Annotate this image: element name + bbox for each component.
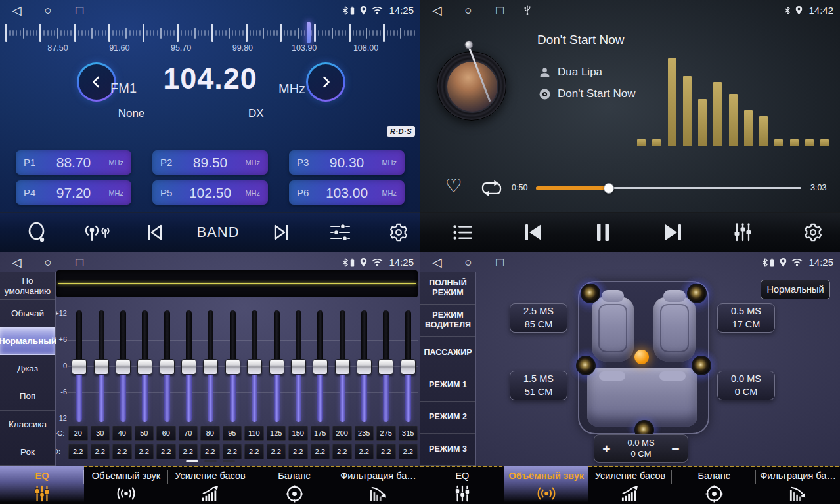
- settings-button[interactable]: [796, 217, 830, 247]
- slider-thumb[interactable]: [160, 359, 175, 375]
- slider-thumb[interactable]: [225, 359, 240, 375]
- eq-band-slider[interactable]: [265, 310, 287, 422]
- slider-thumb[interactable]: [335, 359, 350, 375]
- tab-balance[interactable]: Баланс: [672, 466, 756, 504]
- nav-recents-icon[interactable]: □: [490, 252, 510, 272]
- q-value-box[interactable]: 2.2: [135, 444, 154, 459]
- eq-band-slider[interactable]: [112, 310, 134, 422]
- tune-up-button[interactable]: [306, 62, 345, 102]
- eq-band-slider[interactable]: [375, 310, 397, 422]
- preset-button-p2[interactable]: P289.50MHz: [152, 150, 268, 175]
- slider-thumb[interactable]: [72, 359, 87, 375]
- rear-right-delay-box[interactable]: 0.0 MS 0 CM: [717, 371, 775, 400]
- broadcast-button[interactable]: [79, 217, 113, 247]
- previous-station-button[interactable]: [138, 217, 172, 247]
- front-left-delay-box[interactable]: 2.5 MS 85 CM: [510, 303, 567, 333]
- progress-bar[interactable]: [536, 187, 801, 189]
- tab-eq[interactable]: EQ: [420, 466, 504, 504]
- nav-back-icon[interactable]: ◁: [427, 0, 447, 20]
- nav-back-icon[interactable]: ◁: [7, 0, 26, 20]
- eq-band-slider[interactable]: [178, 310, 200, 422]
- increase-delay-button[interactable]: +: [594, 441, 619, 457]
- eq-preset-item-3[interactable]: Джаз: [0, 355, 55, 383]
- fc-value-box[interactable]: 20: [68, 426, 88, 441]
- page-dot[interactable]: [186, 460, 198, 462]
- pause-button[interactable]: [586, 217, 620, 247]
- fc-value-box[interactable]: 175: [311, 426, 330, 441]
- q-value-box[interactable]: 2.2: [200, 444, 220, 459]
- eq-preset-item-0[interactable]: По умолчанию: [0, 272, 55, 300]
- previous-track-button[interactable]: [516, 217, 550, 247]
- page-dot[interactable]: [204, 460, 217, 462]
- fc-value-box[interactable]: 315: [399, 426, 418, 441]
- nav-home-icon[interactable]: ○: [38, 0, 58, 20]
- nav-home-icon[interactable]: ○: [38, 252, 58, 272]
- mode-item-5[interactable]: РЕЖИМ 3: [420, 434, 475, 466]
- mode-item-0[interactable]: ПОЛНЫЙ РЕЖИМ: [420, 272, 475, 304]
- q-value-box[interactable]: 2.2: [288, 444, 308, 459]
- album-art[interactable]: [437, 51, 506, 121]
- eq-preset-item-6[interactable]: Рок: [0, 438, 55, 466]
- mode-item-4[interactable]: РЕЖИМ 2: [420, 402, 475, 434]
- slider-thumb[interactable]: [137, 359, 152, 375]
- slider-thumb[interactable]: [269, 359, 284, 375]
- favorite-button[interactable]: ♡: [445, 175, 462, 197]
- next-track-button[interactable]: [656, 217, 690, 247]
- rear-left-delay-box[interactable]: 1.5 MS 51 CM: [510, 371, 567, 400]
- q-value-box[interactable]: 2.2: [376, 444, 396, 459]
- nav-recents-icon[interactable]: □: [70, 252, 89, 272]
- slider-thumb[interactable]: [181, 359, 196, 375]
- eq-band-slider[interactable]: [309, 310, 331, 422]
- fc-value-box[interactable]: 95: [223, 426, 242, 441]
- fc-value-box[interactable]: 275: [376, 426, 396, 441]
- band-button[interactable]: BAND: [196, 217, 239, 247]
- slider-thumb[interactable]: [203, 359, 218, 375]
- eq-band-slider[interactable]: [200, 310, 221, 422]
- eq-band-slider[interactable]: [397, 310, 419, 422]
- eq-preset-item-2[interactable]: Нормальный: [0, 327, 55, 355]
- dial-pointer[interactable]: [307, 22, 311, 43]
- tab-filter[interactable]: Фильтрация ба…: [756, 466, 840, 504]
- listening-position-marker[interactable]: [634, 350, 649, 364]
- audio-settings-button[interactable]: [323, 217, 357, 247]
- frequency-dial[interactable]: [5, 23, 415, 43]
- slider-thumb[interactable]: [291, 359, 306, 375]
- q-value-box[interactable]: 2.2: [68, 444, 88, 459]
- next-station-button[interactable]: [264, 217, 298, 247]
- mode-item-1[interactable]: РЕЖИМ ВОДИТЕЛЯ: [420, 304, 475, 337]
- q-value-box[interactable]: 2.2: [112, 444, 132, 459]
- slider-thumb[interactable]: [247, 359, 262, 375]
- eq-band-slider[interactable]: [288, 310, 309, 422]
- tab-bass-boost[interactable]: Усиление басов: [168, 466, 252, 504]
- preset-button-p4[interactable]: P497.20MHz: [16, 180, 131, 205]
- mixer-button[interactable]: [726, 217, 760, 247]
- q-value-box[interactable]: 2.2: [355, 444, 374, 459]
- progress-thumb[interactable]: [604, 183, 614, 194]
- q-value-box[interactable]: 2.2: [244, 444, 264, 459]
- eq-band-slider[interactable]: [332, 310, 353, 422]
- nav-recents-icon[interactable]: □: [70, 0, 89, 20]
- q-value-box[interactable]: 2.2: [223, 444, 242, 459]
- repeat-button[interactable]: [481, 180, 502, 200]
- eq-band-slider[interactable]: [90, 310, 112, 422]
- fc-value-box[interactable]: 40: [112, 426, 132, 441]
- fc-value-box[interactable]: 235: [355, 426, 374, 441]
- nav-home-icon[interactable]: ○: [458, 0, 478, 20]
- fc-value-box[interactable]: 60: [156, 426, 176, 441]
- rear-left-speaker-icon[interactable]: [576, 356, 596, 375]
- tab-balance[interactable]: Баланс: [252, 466, 336, 504]
- fc-value-box[interactable]: 150: [288, 426, 308, 441]
- mode-item-3[interactable]: РЕЖИМ 1: [420, 369, 475, 402]
- tab-surround-sound[interactable]: Объёмный звук: [84, 466, 168, 504]
- front-left-speaker-icon[interactable]: [581, 284, 600, 303]
- front-right-delay-box[interactable]: 0.5 MS 17 CM: [717, 303, 775, 333]
- tab-filter[interactable]: Фильтрация ба…: [336, 466, 420, 504]
- q-value-box[interactable]: 2.2: [311, 444, 330, 459]
- eq-band-slider[interactable]: [244, 310, 265, 422]
- eq-preset-item-4[interactable]: Поп: [0, 383, 55, 411]
- soundfield-preset-button[interactable]: Нормальный: [761, 280, 830, 299]
- preset-button-p6[interactable]: P6103.00MHz: [289, 180, 405, 205]
- nav-recents-icon[interactable]: □: [490, 0, 510, 20]
- q-value-box[interactable]: 2.2: [399, 444, 418, 459]
- fc-value-box[interactable]: 110: [244, 426, 264, 441]
